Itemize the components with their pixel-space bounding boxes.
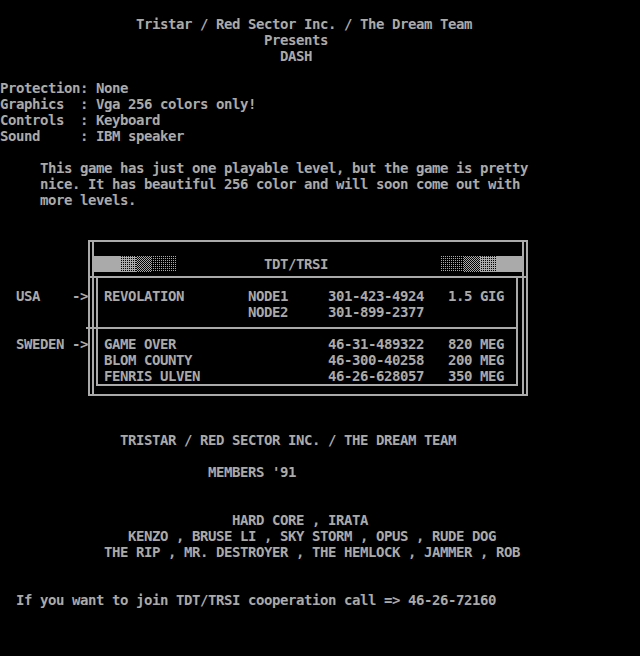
bbs-name: BLOM COUNTY [104, 352, 192, 368]
members-line: KENZO , BRUSE LI , SKY STORM , OPUS , RU… [128, 528, 496, 544]
join-info-line: If you want to join TDT/TRSI cooperation… [16, 592, 496, 608]
bbs-name: GAME OVER [104, 336, 176, 352]
footer-credit-line: TRISTAR / RED SECTOR INC. / THE DREAM TE… [120, 432, 456, 448]
members-line: HARD CORE , IRATA [232, 512, 368, 528]
bbs-name: FENRIS ULVEN [104, 368, 200, 384]
bbs-name: REVOLATION [104, 288, 184, 304]
bbs-phone: 46-26-628057 [328, 368, 424, 384]
bbs-size: 200 MEG [448, 352, 504, 368]
bbs-size: 1.5 GIG [448, 288, 504, 304]
bbs-size: 350 MEG [448, 368, 504, 384]
bbs-node: NODE1 [248, 288, 288, 304]
bbs-phone: 301-899-2377 [328, 304, 424, 320]
bbs-phone: 301-423-4924 [328, 288, 424, 304]
members-line: THE RIP , MR. DESTROYER , THE HEMLOCK , … [104, 544, 520, 560]
dos-intro-screen: Tristar / Red Sector Inc. / The Dream Te… [0, 0, 640, 656]
bbs-phone: 46-300-40258 [328, 352, 424, 368]
bbs-size: 820 MEG [448, 336, 504, 352]
members-title: MEMBERS '91 [208, 464, 296, 480]
bbs-phone: 46-31-489322 [328, 336, 424, 352]
bbs-node: NODE2 [248, 304, 288, 320]
